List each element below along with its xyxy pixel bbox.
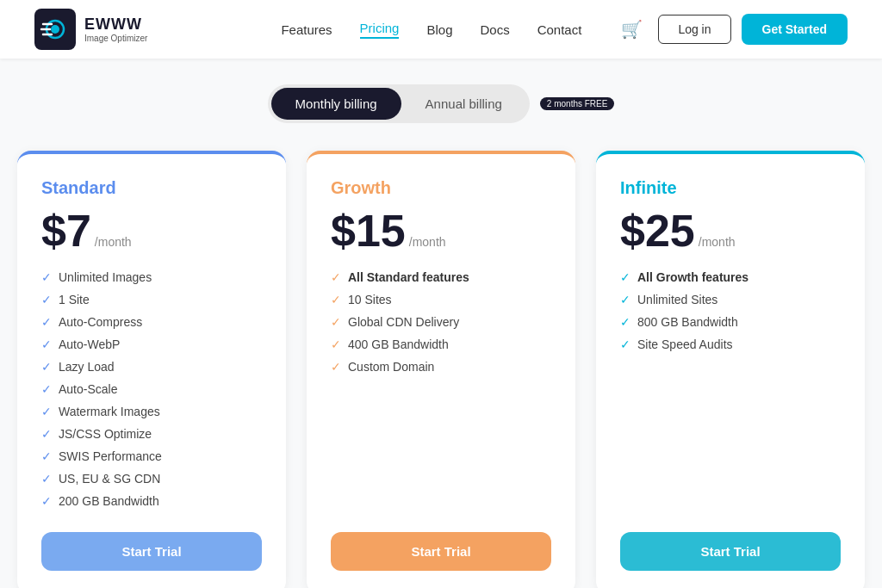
check-icon: ✓ (41, 315, 52, 329)
feature-label: Global CDN Delivery (348, 315, 459, 329)
get-started-button[interactable]: Get Started (742, 14, 848, 45)
list-item: ✓ US, EU & SG CDN (41, 472, 262, 486)
feature-label: US, EU & SG CDN (59, 472, 160, 486)
feature-label: JS/CSS Optimize (59, 427, 152, 441)
infinite-price-row: $25 /month (620, 208, 841, 253)
feature-label: Auto-Compress (59, 315, 142, 329)
check-icon: ✓ (41, 472, 52, 486)
cart-icon[interactable]: 🛒 (616, 14, 648, 45)
feature-label: 400 GB Bandwidth (348, 337, 449, 351)
feature-label: 10 Sites (348, 293, 392, 306)
list-item: ✓ SWIS Performance (41, 449, 262, 463)
infinite-plan-name: Infinite (620, 178, 841, 198)
list-item: ✓ Global CDN Delivery (331, 315, 551, 329)
standard-trial-button[interactable]: Start Trial (41, 532, 262, 571)
pricing-grid: Standard $7 /month ✓ Unlimited Images ✓ … (17, 151, 865, 588)
navbar: EWWW Image Optimizer Features Pricing Bl… (0, 0, 882, 59)
infinite-features: ✓ All Growth features ✓ Unlimited Sites … (620, 270, 841, 508)
check-icon: ✓ (331, 270, 341, 284)
list-item: ✓ 800 GB Bandwidth (620, 315, 841, 329)
feature-label: Auto-WebP (59, 337, 120, 351)
feature-label: All Standard features (348, 270, 469, 284)
check-icon: ✓ (41, 293, 52, 306)
nav-actions: 🛒 Log in Get Started (616, 14, 848, 45)
growth-card: Growth $15 /month ✓ All Standard feature… (307, 151, 575, 588)
nav-pricing[interactable]: Pricing (360, 21, 400, 39)
list-item: ✓ Unlimited Images (41, 270, 262, 284)
feature-label: Unlimited Images (59, 270, 152, 284)
logo[interactable]: EWWW Image Optimizer (34, 9, 147, 50)
standard-features: ✓ Unlimited Images ✓ 1 Site ✓ Auto-Compr… (41, 270, 262, 508)
growth-period: /month (409, 235, 446, 249)
list-item: ✓ Auto-Scale (41, 382, 262, 396)
standard-price: $7 (41, 208, 91, 253)
main-content: Monthly billing Annual billing 2 months … (0, 59, 882, 588)
nav-docs[interactable]: Docs (480, 22, 509, 37)
check-icon: ✓ (41, 360, 52, 374)
feature-label: Site Speed Audits (637, 337, 733, 351)
feature-label: Auto-Scale (59, 382, 117, 396)
logo-subtitle: Image Optimizer (84, 34, 147, 43)
check-icon: ✓ (620, 315, 630, 329)
nav-contact[interactable]: Contact (537, 22, 582, 37)
feature-label: All Growth features (637, 270, 748, 284)
check-icon: ✓ (41, 405, 52, 418)
monthly-billing-btn[interactable]: Monthly billing (271, 88, 401, 120)
check-icon: ✓ (41, 494, 52, 508)
check-icon: ✓ (331, 360, 341, 374)
standard-card: Standard $7 /month ✓ Unlimited Images ✓ … (17, 151, 286, 588)
svg-point-5 (51, 25, 59, 34)
check-icon: ✓ (41, 337, 52, 351)
growth-price: $15 (331, 208, 406, 253)
check-icon: ✓ (331, 337, 341, 351)
list-item: ✓ Custom Domain (331, 360, 551, 374)
logo-title: EWWW (84, 15, 147, 34)
list-item: ✓ 1 Site (41, 293, 262, 306)
feature-label: SWIS Performance (59, 449, 162, 463)
feature-label: Unlimited Sites (637, 293, 717, 306)
feature-label: 200 GB Bandwidth (59, 494, 159, 508)
billing-toggle-wrapper: Monthly billing Annual billing (268, 84, 530, 123)
check-icon: ✓ (620, 337, 630, 351)
nav-features[interactable]: Features (281, 22, 332, 37)
list-item: ✓ Unlimited Sites (620, 293, 841, 306)
list-item: ✓ Auto-Compress (41, 315, 262, 329)
infinite-card: Infinite $25 /month ✓ All Growth feature… (596, 151, 865, 588)
login-button[interactable]: Log in (658, 15, 730, 44)
feature-label: Watermark Images (59, 405, 160, 418)
list-item: ✓ JS/CSS Optimize (41, 427, 262, 441)
feature-label: Lazy Load (59, 360, 115, 374)
check-icon: ✓ (620, 270, 630, 284)
list-item: ✓ Site Speed Audits (620, 337, 841, 351)
list-item: ✓ All Growth features (620, 270, 841, 284)
check-icon: ✓ (41, 449, 52, 463)
feature-label: 1 Site (59, 293, 90, 306)
list-item: ✓ All Standard features (331, 270, 551, 284)
growth-trial-button[interactable]: Start Trial (331, 532, 551, 571)
growth-price-row: $15 /month (331, 208, 551, 253)
check-icon: ✓ (41, 270, 52, 284)
annual-billing-btn[interactable]: Annual billing (401, 88, 526, 120)
infinite-period: /month (699, 235, 736, 249)
growth-plan-name: Growth (331, 178, 551, 198)
list-item: ✓ 200 GB Bandwidth (41, 494, 262, 508)
logo-text: EWWW Image Optimizer (84, 15, 147, 43)
list-item: ✓ Auto-WebP (41, 337, 262, 351)
nav-links: Features Pricing Blog Docs Contact (281, 21, 581, 39)
check-icon: ✓ (41, 382, 52, 396)
annual-free-badge: 2 months FREE (540, 97, 615, 110)
growth-features: ✓ All Standard features ✓ 10 Sites ✓ Glo… (331, 270, 551, 508)
billing-toggle: Monthly billing Annual billing 2 months … (17, 84, 865, 123)
check-icon: ✓ (41, 427, 52, 441)
check-icon: ✓ (331, 315, 341, 329)
list-item: ✓ 400 GB Bandwidth (331, 337, 551, 351)
standard-plan-name: Standard (41, 178, 262, 198)
infinite-price: $25 (620, 208, 695, 253)
nav-blog[interactable]: Blog (426, 22, 452, 37)
feature-label: Custom Domain (348, 360, 434, 374)
standard-period: /month (95, 235, 132, 249)
infinite-trial-button[interactable]: Start Trial (620, 532, 841, 571)
logo-icon (34, 9, 76, 50)
standard-price-row: $7 /month (41, 208, 262, 253)
list-item: ✓ Watermark Images (41, 405, 262, 418)
